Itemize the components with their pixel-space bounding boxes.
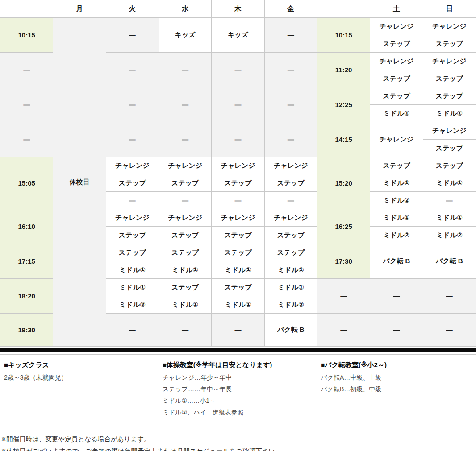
time-cell: 10:15	[317, 18, 370, 53]
empty-cell: —	[264, 53, 317, 87]
legend-bakuten-title: ■バク転教室(※小2～)	[321, 361, 473, 369]
class-cell: バク転 B	[370, 244, 423, 279]
time-cell: 12:25	[317, 87, 370, 122]
class-cell: ステップ	[159, 244, 211, 261]
class-cell: —	[159, 192, 211, 209]
empty-cell: —	[317, 279, 370, 314]
empty-cell: —	[106, 53, 159, 87]
class-cell: ステップ	[212, 244, 264, 261]
empty-cell: —	[159, 122, 211, 157]
empty-cell: —	[159, 314, 211, 347]
class-cell: ステップ	[106, 174, 159, 192]
class-cell: ミドル②	[423, 227, 476, 244]
class-cell: チャレンジ	[159, 209, 211, 227]
class-cell: ステップ	[370, 35, 423, 53]
empty-cell: —	[212, 122, 264, 157]
empty-cell: —	[370, 314, 423, 347]
empty-cell: —	[317, 314, 370, 347]
class-cell: ミドル①	[106, 279, 159, 296]
class-cell: ステップ	[423, 70, 476, 87]
day-header-fri: 金	[264, 0, 317, 18]
class-cell: バク転 B	[264, 314, 317, 347]
class-cell: —	[264, 192, 317, 209]
legend-kids-line: 2歳～3歳（未就園児）	[4, 372, 156, 384]
time-cell: 19:30	[0, 314, 53, 347]
class-cell: チャレンジ	[106, 209, 159, 227]
legend-kids-title: ■キッズクラス	[4, 361, 156, 369]
header-row: 月 火 水 木 金 土 日	[0, 0, 476, 18]
class-cell: ミドル①	[423, 209, 476, 227]
class-cell: ミドル②	[264, 296, 317, 314]
empty-cell: —	[159, 53, 211, 87]
class-cell: ミドル②	[370, 227, 423, 244]
class-cell: チャレンジ	[423, 122, 476, 140]
class-cell: ミドル①	[370, 174, 423, 192]
class-cell: ミドル①	[264, 261, 317, 279]
class-cell: ステップ	[370, 157, 423, 174]
class-cell: ステップ	[212, 279, 264, 296]
legend-bakuten-line: バク転B…初級、中級	[321, 384, 473, 395]
empty-cell: —	[159, 87, 211, 122]
empty-cell: —	[264, 122, 317, 157]
legend-taiso-line: チャレンジ…年少～年中	[163, 372, 315, 384]
class-cell: ミドル①	[370, 209, 423, 227]
time-header-left	[0, 0, 53, 18]
time-cell: 16:10	[0, 209, 53, 244]
class-cell: ミドル①	[423, 174, 476, 192]
class-cell: ステップ	[370, 70, 423, 87]
class-cell: チャレンジ	[423, 18, 476, 35]
class-cell: ステップ	[212, 227, 264, 244]
class-cell: ミドル①	[370, 105, 423, 122]
day-header-sun: 日	[423, 0, 476, 18]
time-cell: 16:25	[317, 209, 370, 244]
time-cell: 15:20	[317, 157, 370, 209]
time-cell: 10:15	[0, 18, 53, 53]
legend-bakuten: ■バク転教室(※小2～) バク転A…中級、上級 バク転B…初級、中級	[317, 359, 476, 418]
class-cell: チャレンジ	[370, 122, 423, 157]
time-cell: —	[0, 122, 53, 157]
note-line: ※開催日時は、変更や定員となる場合があります。	[1, 433, 476, 446]
class-cell: チャレンジ	[370, 53, 423, 70]
note-line: ※休校日がございますので、ご参加の際は年間予定表または月間スケジュールをご確認下…	[1, 445, 476, 451]
class-cell: ステップ	[423, 87, 476, 105]
empty-cell: —	[212, 314, 264, 347]
class-cell: ミドル①	[159, 261, 211, 279]
legend-bakuten-line: バク転A…中級、上級	[321, 372, 473, 384]
class-cell: ステップ	[370, 87, 423, 105]
schedule-table: 月 火 水 木 金 土 日 10:15 休校日 — キッズ キッズ — 10:1…	[0, 0, 476, 347]
class-cell: ミドル②	[106, 296, 159, 314]
class-cell: ミドル②	[370, 192, 423, 209]
empty-cell: —	[106, 18, 159, 53]
day-header-wed: 水	[159, 0, 211, 18]
legend-taiso: ■体操教室(※学年は目安となります) チャレンジ…年少～年中 ステップ……年中～…	[159, 359, 317, 418]
class-cell: ステップ	[159, 174, 211, 192]
class-cell: ミドル①	[159, 296, 211, 314]
empty-cell: —	[106, 314, 159, 347]
time-cell: —	[0, 53, 53, 87]
table-row: 10:15 休校日 — キッズ キッズ — 10:15 チャレンジ チャレンジ	[0, 18, 476, 35]
time-cell: 18:20	[0, 279, 53, 314]
legend-taiso-line: ミドル①……小1～	[163, 395, 315, 407]
legend-taiso-title: ■体操教室(※学年は目安となります)	[163, 361, 315, 369]
class-cell: —	[106, 192, 159, 209]
empty-cell: —	[264, 18, 317, 53]
class-cell: チャレンジ	[264, 157, 317, 174]
class-cell: チャレンジ	[264, 209, 317, 227]
class-cell: チャレンジ	[423, 53, 476, 70]
class-cell: キッズ	[212, 18, 264, 53]
class-cell: キッズ	[159, 18, 211, 53]
class-cell: ステップ	[106, 244, 159, 261]
empty-cell: —	[370, 279, 423, 314]
class-cell: ミドル①	[106, 261, 159, 279]
legend-taiso-line: ミドル②、ハイ…進級表参照	[163, 407, 315, 418]
class-cell: チャレンジ	[106, 157, 159, 174]
empty-cell: —	[106, 87, 159, 122]
class-cell: チャレンジ	[212, 209, 264, 227]
time-cell: —	[0, 87, 53, 122]
class-cell: チャレンジ	[370, 18, 423, 35]
class-cell: ステップ	[212, 174, 264, 192]
time-cell: 17:15	[0, 244, 53, 279]
class-cell: ステップ	[264, 227, 317, 244]
class-cell: ステップ	[264, 174, 317, 192]
day-header-sat: 土	[370, 0, 423, 18]
